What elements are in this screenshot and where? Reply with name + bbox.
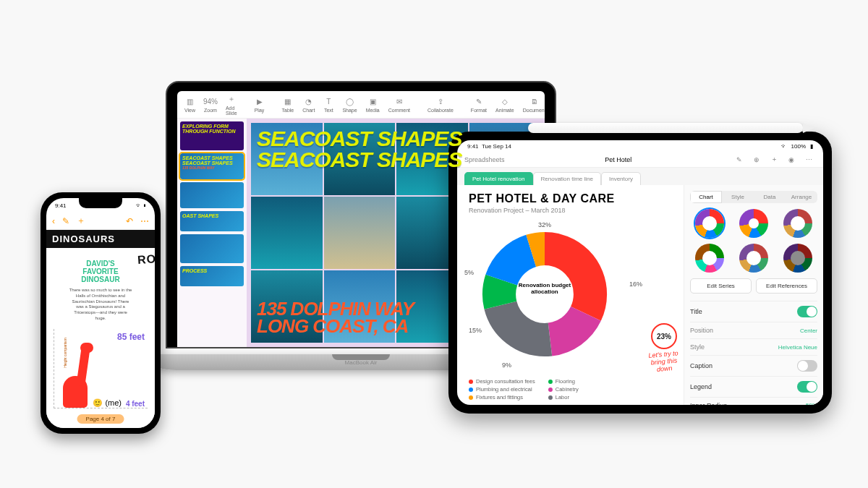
- tb-shape[interactable]: ◯Shape: [342, 96, 357, 113]
- chart-legend: Design consultation fees Flooring Plumbi…: [469, 378, 579, 401]
- table-icon: ▦: [283, 96, 293, 106]
- row-inner-radius[interactable]: Inner Radius59%: [690, 397, 817, 405]
- tb-format[interactable]: ✎Format: [471, 96, 487, 113]
- doc-title-header: Pet Hotel: [505, 156, 732, 163]
- row-position[interactable]: PositionCenter: [690, 322, 817, 338]
- pages-window: 9:41 ᯤ ▮ ‹ ✎ ＋ ↶ ⋯ DINOSAURS RO DAVID'S …: [46, 198, 155, 428]
- doc-heading[interactable]: DINOSAURS: [46, 230, 155, 248]
- insert-icon[interactable]: ＋: [767, 153, 781, 167]
- tb-collaborate[interactable]: ⇪Collaborate: [427, 96, 454, 113]
- chart-center-label: Renovation budget allocation: [514, 282, 576, 295]
- donut-chart[interactable]: Renovation budget allocation 32% 16% 5% …: [469, 218, 657, 370]
- panel-segments[interactable]: Chart Style Data Arrange: [690, 191, 817, 203]
- pct-5: 5%: [464, 269, 474, 276]
- notch: [79, 198, 122, 208]
- legend-item: Plumbing and electrical: [469, 386, 535, 393]
- shape-icon: ◯: [345, 96, 355, 106]
- page-indicator[interactable]: Page 4 of 7: [77, 414, 124, 424]
- tb-chart[interactable]: ◔Chart: [302, 96, 315, 113]
- caption-toggle[interactable]: [797, 360, 817, 372]
- legend-item: Labor: [548, 394, 579, 401]
- draw-icon[interactable]: ✎: [732, 153, 746, 167]
- iphone-device: 9:41 ᯤ ▮ ‹ ✎ ＋ ↶ ⋯ DINOSAURS RO DAVID'S …: [41, 192, 161, 434]
- media-icon: ▣: [367, 96, 378, 106]
- callout-value: 23%: [651, 323, 677, 349]
- format-icon: ✎: [474, 96, 484, 106]
- tb-media[interactable]: ▣Media: [366, 96, 380, 113]
- tb-add-slide[interactable]: ＋Add Slide: [226, 94, 237, 116]
- chart-style-swatches[interactable]: [690, 209, 817, 273]
- apple-pencil: [528, 123, 803, 133]
- edit-references-button[interactable]: Edit References: [756, 278, 817, 294]
- tb-animate[interactable]: ◇Animate: [495, 96, 514, 113]
- labor-callout: 23% Let's try to bring this down: [648, 323, 680, 373]
- infographic[interactable]: Height comparison 85 feet 4 feet 🙂 (me): [54, 329, 148, 408]
- legend-item: Design consultation fees: [469, 378, 535, 385]
- comment-icon: ✉: [394, 96, 404, 106]
- legend-toggle[interactable]: [797, 381, 817, 393]
- numbers-window: 9:41 Tue Sep 14 ᯤ100%▮ Spreadsheets Pet …: [457, 140, 823, 405]
- sheet-title[interactable]: PET HOTEL & DAY CARE: [469, 192, 680, 205]
- more-icon[interactable]: ⋯: [140, 216, 149, 226]
- seg-chart[interactable]: Chart: [690, 191, 722, 203]
- handwritten-note: Let's try to bring this down: [647, 350, 681, 374]
- slide-thumb-2[interactable]: SEACOAST SHAPES SEACOAST SHAPES135 DOLPH…: [180, 153, 244, 179]
- slide-thumb-4[interactable]: OAST SHAPES: [180, 211, 244, 231]
- tb-zoom[interactable]: 94%Zoom: [204, 96, 217, 113]
- edit-series-button[interactable]: Edit Series: [690, 278, 752, 294]
- play-icon: ▶: [255, 96, 265, 106]
- keynote-toolbar: ▥View 94%Zoom ＋Add Slide ▶Play ▦Table ◔C…: [177, 91, 545, 119]
- row-title[interactable]: Title: [690, 301, 817, 322]
- slide-thumb-5[interactable]: [180, 234, 244, 263]
- slide-thumb-6[interactable]: PROCESS: [180, 266, 244, 286]
- height-4: 4 feet: [126, 400, 145, 408]
- doc-subheading[interactable]: DAVID'S FAVORITE DINOSAUR: [68, 260, 133, 283]
- slide-thumb-3[interactable]: [180, 182, 244, 208]
- brush-icon[interactable]: ✎: [62, 216, 69, 226]
- tb-table[interactable]: ▦Table: [282, 96, 294, 113]
- me-marker: 🙂 (me): [93, 398, 122, 408]
- chart-icon: ◔: [304, 96, 314, 106]
- sheet-tab-2[interactable]: Renovation time line: [533, 172, 601, 185]
- text-icon: T: [323, 96, 333, 106]
- sheet-tab-1[interactable]: Pet Hotel renovation: [464, 172, 533, 185]
- slide-navigator[interactable]: EXPLORING FORM THROUGH FUNCTION SEACOAST…: [177, 119, 247, 347]
- axis-label: Height comparison: [63, 338, 67, 368]
- spreadsheet-canvas[interactable]: PET HOTEL & DAY CARE Renovation Project …: [457, 185, 684, 405]
- doc-paragraph[interactable]: There was so much to see in the Halls of…: [46, 288, 155, 326]
- sheet-tab-3[interactable]: Inventory: [601, 172, 641, 185]
- pct-9: 9%: [502, 361, 511, 369]
- seg-data[interactable]: Data: [754, 191, 786, 203]
- zoom-value: 94%: [205, 96, 216, 106]
- seg-style[interactable]: Style: [722, 191, 754, 203]
- back-icon[interactable]: ‹: [52, 216, 55, 226]
- slide-address[interactable]: 135 DOLPHIN WAY LONG COAST, CA: [257, 300, 535, 335]
- row-caption[interactable]: Caption: [690, 355, 817, 376]
- title-toggle[interactable]: [797, 306, 817, 317]
- slide-thumb-1[interactable]: EXPLORING FORM THROUGH FUNCTION: [180, 121, 244, 150]
- tb-comment[interactable]: ✉Comment: [388, 96, 410, 113]
- row-legend[interactable]: Legend: [690, 376, 817, 397]
- tb-document[interactable]: 🗎Document: [523, 96, 545, 113]
- undo-icon[interactable]: ↶: [126, 216, 133, 226]
- collaborate-icon: ⇪: [435, 96, 446, 106]
- tb-text[interactable]: TText: [323, 96, 333, 113]
- seg-arrange[interactable]: Arrange: [786, 191, 817, 203]
- legend-item: Fixtures and fittings: [469, 394, 535, 401]
- plus-icon[interactable]: ＋: [77, 215, 85, 227]
- tb-view[interactable]: ▥View: [184, 96, 195, 113]
- pages-document[interactable]: DINOSAURS RO DAVID'S FAVORITE DINOSAUR T…: [46, 230, 155, 428]
- legend-item: Cabinetry: [548, 386, 579, 393]
- wifi-icon: ᯤ: [781, 143, 787, 150]
- iphone-status-right: ᯤ ▮: [136, 202, 146, 209]
- plus-icon: ＋: [226, 94, 237, 104]
- slide-headline[interactable]: SEACOAST SHAPES SEACOAST SHAPES: [257, 129, 535, 170]
- tb-play[interactable]: ▶Play: [255, 96, 265, 113]
- document-icon: 🗎: [529, 96, 540, 106]
- tools-icon[interactable]: ⋯: [801, 153, 816, 167]
- format-panel: Chart Style Data Arrange Edit Series Edi…: [684, 185, 823, 405]
- format-icon[interactable]: ◉: [784, 153, 799, 167]
- sheet-subtitle[interactable]: Renovation Project – March 2018: [469, 207, 680, 214]
- share-icon[interactable]: ⊕: [749, 153, 764, 167]
- row-style[interactable]: StyleHelvetica Neue: [690, 338, 817, 355]
